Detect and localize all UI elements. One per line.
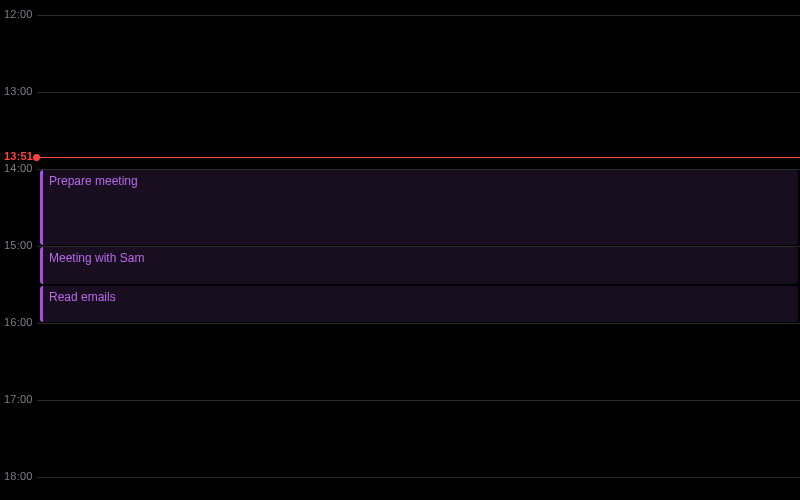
current-time-dot-icon xyxy=(33,154,40,161)
hour-label: 15:00 xyxy=(4,239,33,251)
hour-label: 18:00 xyxy=(4,470,33,482)
calendar-event[interactable]: Prepare meeting xyxy=(40,170,798,245)
event-title: Read emails xyxy=(49,290,792,304)
event-title: Meeting with Sam xyxy=(49,251,792,265)
hour-label: 16:00 xyxy=(4,316,33,328)
event-title: Prepare meeting xyxy=(49,174,792,188)
hour-gridline xyxy=(37,323,800,324)
hour-gridline xyxy=(37,477,800,478)
hour-gridline xyxy=(37,400,800,401)
calendar-event[interactable]: Meeting with Sam xyxy=(40,247,798,284)
hour-label: 13:00 xyxy=(4,85,33,97)
hour-label: 12:00 xyxy=(4,8,33,20)
current-time-label: 13:51 xyxy=(4,150,33,162)
calendar-event[interactable]: Read emails xyxy=(40,286,798,322)
current-time-line xyxy=(37,157,800,158)
calendar-day-view[interactable]: { "layout": { "start_hour": 12, "end_hou… xyxy=(0,0,800,500)
hour-label: 17:00 xyxy=(4,393,33,405)
hour-gridline xyxy=(37,92,800,93)
hour-gridline xyxy=(37,15,800,16)
hour-label: 14:00 xyxy=(4,162,33,174)
